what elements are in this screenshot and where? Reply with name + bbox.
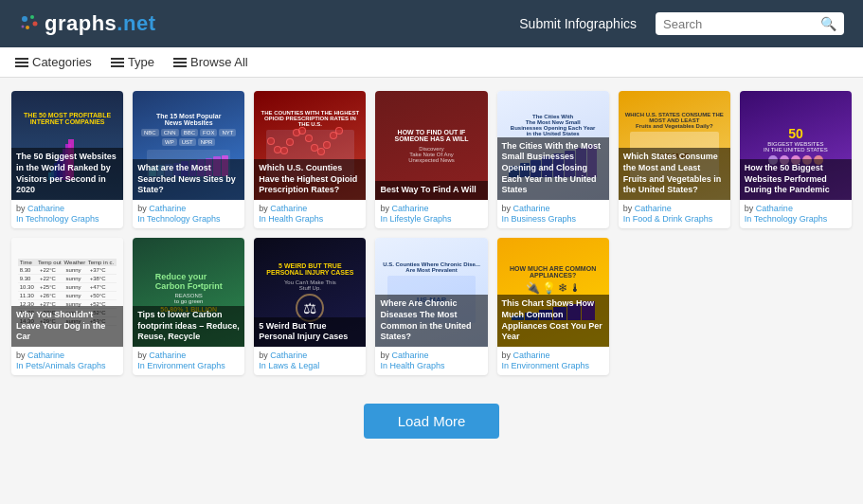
- card-image-3: THE COUNTIES WITH THE HIGHESTOPIOID PRES…: [254, 91, 366, 200]
- svg-point-0: [22, 16, 27, 22]
- card-image-7: 50 BIGGEST WEBSITESIN THE UNITED STATES …: [740, 91, 852, 200]
- card-author-7: by Catharine: [745, 204, 847, 213]
- card-author-5: by Catharine: [502, 204, 604, 213]
- card-title-4: Best Way To Find A Will: [375, 181, 487, 200]
- nav-item-browse-all[interactable]: Browse All: [173, 55, 248, 69]
- nav-label-browse-all: Browse All: [190, 55, 248, 69]
- card-title-3: Which U.S. Counties Have the Highest Opi…: [254, 159, 366, 200]
- card-title-12: This Chart Shows How Much Common Applian…: [497, 295, 609, 347]
- svg-point-4: [22, 26, 25, 28]
- svg-point-2: [33, 22, 38, 27]
- header-center: Submit Infographics 🔍: [519, 12, 844, 35]
- card-author-3: by Catharine: [259, 204, 361, 213]
- search-input[interactable]: [663, 17, 815, 31]
- card-image-2: The 15 Most PopularNews Websites NBCCNNB…: [133, 91, 244, 200]
- card-image-10: 5 WEIRD BUT TRUEPERSONAL INJURY CASES Yo…: [254, 238, 366, 347]
- logo-text: graphs.net: [45, 11, 155, 36]
- card-author-9: by Catharine: [137, 351, 240, 360]
- nav-label-categories: Categories: [32, 55, 92, 69]
- search-button[interactable]: 🔍: [820, 16, 836, 31]
- card-author-1: by Catharine: [16, 204, 118, 213]
- card-1[interactable]: THE 50 MOST PROFITABLEINTERNET COMPANIES…: [11, 91, 123, 228]
- menu-icon-type: [111, 58, 124, 67]
- card-title-6: Which States Consume the Most and Least …: [619, 148, 730, 200]
- card-meta-8: by Catharine In Pets/Animals Graphs: [11, 347, 123, 375]
- menu-icon-browse: [173, 58, 187, 67]
- nav-bar: Categories Type Browse All: [0, 47, 863, 78]
- card-title-8: Why You Shouldn't Leave Your Dog in the …: [11, 306, 123, 347]
- card-title-7: How the 50 Biggest Websites Performed Du…: [740, 159, 852, 200]
- card-10[interactable]: 5 WEIRD BUT TRUEPERSONAL INJURY CASES Yo…: [254, 238, 366, 375]
- card-category-1: In Technology Graphs: [16, 214, 118, 224]
- card-image-5: The Cities WithThe Most New SmallBusines…: [497, 91, 609, 200]
- card-image-12: HOW MUCH ARE COMMONAPPLIANCES? 🔌💡❄🌡 This…: [497, 238, 609, 347]
- card-image-8: TimeTemp outWeatherTemp in c. 8.30+22°Cs…: [11, 238, 123, 347]
- card-8[interactable]: TimeTemp outWeatherTemp in c. 8.30+22°Cs…: [11, 238, 123, 375]
- search-bar: 🔍: [656, 12, 844, 35]
- card-2[interactable]: The 15 Most PopularNews Websites NBCCNNB…: [133, 91, 244, 228]
- svg-point-1: [30, 15, 34, 19]
- card-category-3: In Health Graphs: [259, 214, 361, 224]
- card-category-2: In Technology Graphs: [137, 214, 240, 224]
- card-author-10: by Catharine: [259, 351, 361, 360]
- card-title-1: The 50 Biggest Websites in the World Ran…: [11, 148, 123, 200]
- card-author-2: by Catharine: [137, 204, 240, 213]
- card-meta-6: by Catharine In Food & Drink Graphs: [619, 200, 730, 228]
- card-meta-7: by Catharine In Technology Graphs: [740, 200, 852, 228]
- nav-label-type: Type: [128, 55, 154, 69]
- svg-point-3: [26, 26, 29, 29]
- card-9[interactable]: Reduce yourCarbon Fo•tprint REASONSto go…: [133, 238, 244, 375]
- nav-item-type[interactable]: Type: [111, 55, 154, 69]
- card-category-11: In Health Graphs: [380, 361, 482, 370]
- card-meta-2: by Catharine In Technology Graphs: [133, 200, 244, 228]
- card-meta-1: by Catharine In Technology Graphs: [11, 200, 123, 228]
- card-meta-5: by Catharine In Business Graphs: [497, 200, 609, 228]
- card-author-12: by Catharine: [502, 351, 604, 360]
- card-11[interactable]: U.S. Counties Where Chronic Dise...Are M…: [375, 238, 487, 375]
- header: graphs.net Submit Infographics 🔍: [0, 0, 863, 47]
- card-3[interactable]: THE COUNTIES WITH THE HIGHESTOPIOID PRES…: [254, 91, 366, 228]
- card-meta-10: by Catharine In Laws & Legal: [254, 347, 366, 375]
- card-title-5: The Cities With the Most Small Businesse…: [497, 137, 609, 200]
- card-category-12: In Environment Graphs: [502, 361, 604, 370]
- card-title-9: Tips to lower Carbon footprint ideas – R…: [133, 306, 244, 347]
- card-meta-11: by Catharine In Health Graphs: [375, 347, 487, 375]
- card-image-6: WHICH U.S. STATES CONSUME THE MOST AND L…: [619, 91, 730, 200]
- card-meta-4: by Catharine In Lifestyle Graphs: [375, 200, 487, 228]
- card-category-5: In Business Graphs: [502, 214, 604, 224]
- card-12[interactable]: HOW MUCH ARE COMMONAPPLIANCES? 🔌💡❄🌡 This…: [497, 238, 609, 375]
- card-image-1: THE 50 MOST PROFITABLEINTERNET COMPANIES…: [11, 91, 123, 200]
- submit-infographics-link[interactable]: Submit Infographics: [519, 16, 637, 31]
- card-category-10: In Laws & Legal: [259, 361, 361, 370]
- card-image-9: Reduce yourCarbon Fo•tprint REASONSto go…: [133, 238, 244, 347]
- card-author-4: by Catharine: [380, 204, 482, 213]
- card-category-7: In Technology Graphs: [745, 214, 847, 224]
- card-title-10: 5 Weird But True Personal Injury Cases: [254, 317, 366, 347]
- nav-item-categories[interactable]: Categories: [15, 55, 92, 69]
- card-category-6: In Food & Drink Graphs: [623, 214, 726, 224]
- card-image-4: HOW TO FIND OUT IFSOMEONE HAS A WILL Dis…: [375, 91, 487, 200]
- card-4[interactable]: HOW TO FIND OUT IFSOMEONE HAS A WILL Dis…: [375, 91, 487, 228]
- card-category-8: In Pets/Animals Graphs: [16, 361, 118, 370]
- card-6[interactable]: WHICH U.S. STATES CONSUME THE MOST AND L…: [619, 91, 730, 228]
- card-meta-3: by Catharine In Health Graphs: [254, 200, 366, 228]
- card-author-11: by Catharine: [380, 351, 482, 360]
- card-meta-12: by Catharine In Environment Graphs: [497, 347, 609, 375]
- load-more-section: Load More: [0, 388, 863, 458]
- card-title-2: What are the Most Searched News Sites by…: [133, 159, 244, 200]
- menu-icon: [15, 58, 28, 67]
- card-title-11: Where Are Chronic Diseases The Most Comm…: [375, 295, 487, 347]
- card-category-4: In Lifestyle Graphs: [380, 214, 482, 224]
- logo-icon: [19, 13, 40, 34]
- card-meta-9: by Catharine In Environment Graphs: [133, 347, 244, 375]
- card-author-8: by Catharine: [16, 351, 118, 360]
- card-7[interactable]: 50 BIGGEST WEBSITESIN THE UNITED STATES …: [740, 91, 852, 228]
- card-5[interactable]: The Cities WithThe Most New SmallBusines…: [497, 91, 609, 228]
- load-more-button[interactable]: Load More: [364, 404, 500, 439]
- card-image-11: U.S. Counties Where Chronic Dise...Are M…: [375, 238, 487, 347]
- card-grid: THE 50 MOST PROFITABLEINTERNET COMPANIES…: [0, 78, 863, 388]
- card-author-6: by Catharine: [623, 204, 726, 213]
- card-category-9: In Environment Graphs: [137, 361, 240, 370]
- logo[interactable]: graphs.net: [19, 11, 155, 36]
